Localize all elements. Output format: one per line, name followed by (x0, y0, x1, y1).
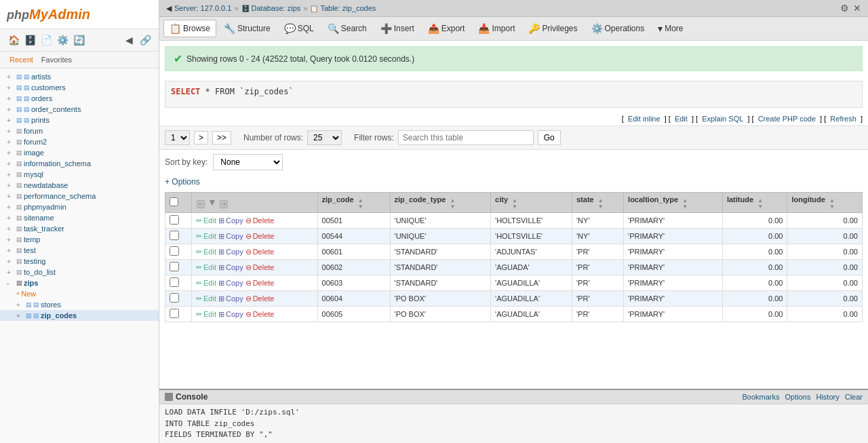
tree-item-task-tracker[interactable]: + ▤ task_tracker (0, 223, 159, 234)
tree-item-zip-codes[interactable]: + ▤▤ zip_codes (0, 310, 159, 321)
edit-row-button[interactable]: ✏ Edit (196, 232, 216, 241)
edit-row-button[interactable]: ✏ Edit (196, 263, 216, 272)
tree-item-newdatabase[interactable]: + ▤ newdatabase (0, 180, 159, 191)
select-all-checkbox[interactable] (170, 197, 178, 206)
bookmarks-link[interactable]: Bookmarks (743, 393, 780, 401)
tree-item-test[interactable]: + ▤ test (0, 245, 159, 256)
sort-select[interactable]: NonePRIMARY (213, 154, 283, 170)
settings-icon[interactable]: ⚙ (840, 3, 849, 14)
tree-item-stores[interactable]: + ▤▤ stores (0, 299, 159, 310)
options-link[interactable]: + Options (165, 177, 200, 187)
copy-row-button[interactable]: ⊞ Copy (218, 248, 243, 256)
tree-item-customers[interactable]: + ▤▤ customers (0, 82, 159, 93)
more-button[interactable]: ▾ More (652, 20, 689, 37)
explain-sql-link[interactable]: Explain SQL (702, 115, 743, 123)
delete-row-button[interactable]: ⊖ Delete (245, 248, 275, 256)
import-button[interactable]: 📥 Import (472, 20, 521, 37)
operations-button[interactable]: ⚙️ Operations (585, 20, 651, 37)
edit-row-button[interactable]: ✏ Edit (196, 248, 216, 256)
tree-item-forum2[interactable]: + ▤ forum2 (0, 136, 159, 147)
edit-row-button[interactable]: ✏ Edit (196, 279, 216, 288)
refresh-link[interactable]: Refresh (830, 115, 856, 123)
search-button[interactable]: 🔍 Search (321, 20, 373, 37)
settings-icon[interactable]: ⚙️ (56, 33, 69, 47)
row-checkbox[interactable] (170, 231, 179, 240)
close-icon[interactable]: ✕ (853, 3, 861, 14)
new-icon[interactable]: 📄 (39, 33, 53, 47)
next-page-button[interactable]: > (194, 131, 208, 145)
tree-item-new[interactable]: + New (0, 288, 159, 299)
row-checkbox[interactable] (170, 215, 179, 225)
export-button[interactable]: 📤 Export (422, 20, 471, 37)
delete-row-button[interactable]: ⊖ Delete (245, 216, 275, 225)
databases-icon[interactable]: 🗄️ (23, 33, 37, 47)
breadcrumb-server[interactable]: Server: 127.0.0.1 (174, 4, 231, 12)
col-arrow-right[interactable]: → (220, 200, 228, 208)
copy-row-button[interactable]: ⊞ Copy (218, 232, 243, 241)
filter-go-button[interactable]: Go (538, 130, 561, 145)
tree-item-forum[interactable]: + ▤ forum (0, 126, 159, 136)
th-longitude[interactable]: longitude ▲▼ (787, 193, 863, 213)
col-arrow-left[interactable]: ← (197, 200, 205, 208)
edit-link[interactable]: Edit (675, 115, 688, 123)
copy-row-button[interactable]: ⊞ Copy (218, 216, 243, 225)
th-city[interactable]: city ▲▼ (491, 193, 572, 213)
collapse-icon[interactable]: ◀ (122, 33, 136, 47)
row-checkbox[interactable] (170, 277, 179, 287)
insert-button[interactable]: ➕ Insert (374, 20, 420, 37)
tree-item-information-schema[interactable]: + ▤ information_schema (0, 158, 159, 169)
clear-link[interactable]: Clear (845, 393, 863, 401)
tree-item-to-do-list[interactable]: + ▤ to_do_list (0, 267, 159, 277)
tab-favorites[interactable]: Favorites (39, 54, 75, 65)
tree-item-sitename[interactable]: + ▤ sitename (0, 212, 159, 223)
edit-row-button[interactable]: ✏ Edit (196, 216, 216, 225)
tree-item-artists[interactable]: + ▤ ▤ artists (0, 71, 159, 82)
edit-row-button[interactable]: ✏ Edit (196, 310, 216, 319)
tree-item-mysql[interactable]: + ▤ mysql (0, 169, 159, 180)
th-zip-code[interactable]: zip_code ▲▼ (317, 193, 390, 213)
tree-item-performance-schema[interactable]: + ▤ performance_schema (0, 191, 159, 201)
tree-item-prints[interactable]: + ▤▤ prints (0, 115, 159, 126)
delete-row-button[interactable]: ⊖ Delete (245, 279, 275, 288)
breadcrumb-database[interactable]: Database: zips (252, 4, 301, 12)
row-checkbox[interactable] (170, 293, 179, 303)
th-state[interactable]: state ▲▼ (572, 193, 624, 213)
copy-row-button[interactable]: ⊞ Copy (218, 310, 243, 319)
copy-row-button[interactable]: ⊞ Copy (218, 263, 243, 272)
tree-item-orders[interactable]: + ▤▤ orders (0, 93, 159, 104)
delete-row-button[interactable]: ⊖ Delete (245, 263, 275, 272)
delete-row-button[interactable]: ⊖ Delete (245, 294, 275, 303)
tree-item-zips[interactable]: - ▤ zips (0, 277, 159, 288)
delete-row-button[interactable]: ⊖ Delete (245, 232, 275, 241)
tree-item-testing[interactable]: + ▤ testing (0, 256, 159, 267)
row-checkbox[interactable] (170, 309, 179, 318)
tab-recent[interactable]: Recent (7, 54, 36, 65)
tree-item-phpmyadmin[interactable]: + ▤ phpmyadmin (0, 201, 159, 212)
tree-item-image[interactable]: + ▤ image (0, 147, 159, 158)
breadcrumb-table[interactable]: Table: zip_codes (320, 4, 376, 12)
create-php-code-link[interactable]: Create PHP code (758, 115, 816, 123)
home-icon[interactable]: 🏠 (7, 33, 20, 47)
page-select[interactable]: 123 (165, 130, 190, 145)
edit-row-button[interactable]: ✏ Edit (196, 294, 216, 303)
logout-icon[interactable]: 🔄 (72, 33, 85, 47)
edit-inline-link[interactable]: Edit inline (628, 115, 660, 123)
num-rows-select[interactable]: 2550100250500 (307, 130, 342, 145)
row-checkbox[interactable] (170, 262, 179, 271)
th-location-type[interactable]: localtion_type ▲▼ (624, 193, 723, 213)
last-page-button[interactable]: >> (212, 131, 231, 145)
tree-item-temp[interactable]: + ▤ temp (0, 234, 159, 245)
tree-item-order-contents[interactable]: + ▤▤ order_contents (0, 104, 159, 115)
copy-row-button[interactable]: ⊞ Copy (218, 279, 243, 288)
structure-button[interactable]: 🔧 Structure (218, 20, 277, 37)
history-link[interactable]: History (816, 393, 839, 401)
search-input[interactable] (398, 130, 534, 145)
sql-button[interactable]: 💬 SQL (278, 20, 320, 37)
link-icon[interactable]: 🔗 (138, 33, 152, 47)
options-console-link[interactable]: Options (785, 393, 811, 401)
copy-row-button[interactable]: ⊞ Copy (218, 294, 243, 303)
th-zip-code-type[interactable]: zip_code_type ▲▼ (390, 193, 491, 213)
th-latitude[interactable]: latitude ▲▼ (722, 193, 787, 213)
privileges-button[interactable]: 🔑 Privileges (522, 20, 583, 37)
delete-row-button[interactable]: ⊖ Delete (245, 310, 275, 319)
